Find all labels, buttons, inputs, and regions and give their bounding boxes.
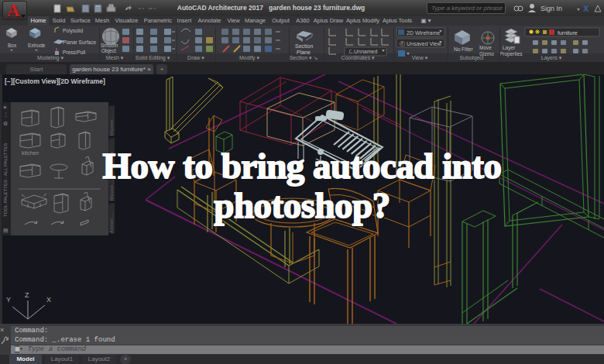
svg-text:Section: Section bbox=[295, 43, 313, 49]
svg-text:X: X bbox=[46, 296, 51, 304]
svg-text:Planar Surface: Planar Surface bbox=[63, 39, 96, 45]
svg-text:Sign In: Sign In bbox=[541, 5, 562, 12]
svg-text:Y: Y bbox=[6, 296, 11, 304]
svg-text:Z: Z bbox=[25, 291, 29, 299]
svg-text:Extrude: Extrude bbox=[28, 43, 46, 48]
svg-text:Move: Move bbox=[479, 45, 492, 50]
svg-text:furniture: furniture bbox=[558, 30, 578, 36]
svg-text:X: X bbox=[583, 4, 589, 13]
svg-text:Polysolid: Polysolid bbox=[63, 28, 83, 34]
svg-text:No Filter: No Filter bbox=[454, 46, 473, 52]
svg-text:Smooth: Smooth bbox=[101, 43, 118, 48]
svg-text:Layer: Layer bbox=[503, 45, 516, 51]
svg-text:2D Wireframe: 2D Wireframe bbox=[407, 30, 440, 36]
svg-text:Ⓕ Unsaved View: Ⓕ Unsaved View bbox=[400, 41, 442, 46]
svg-text:Properties: Properties bbox=[499, 51, 523, 57]
svg-text:Box: Box bbox=[8, 43, 17, 48]
